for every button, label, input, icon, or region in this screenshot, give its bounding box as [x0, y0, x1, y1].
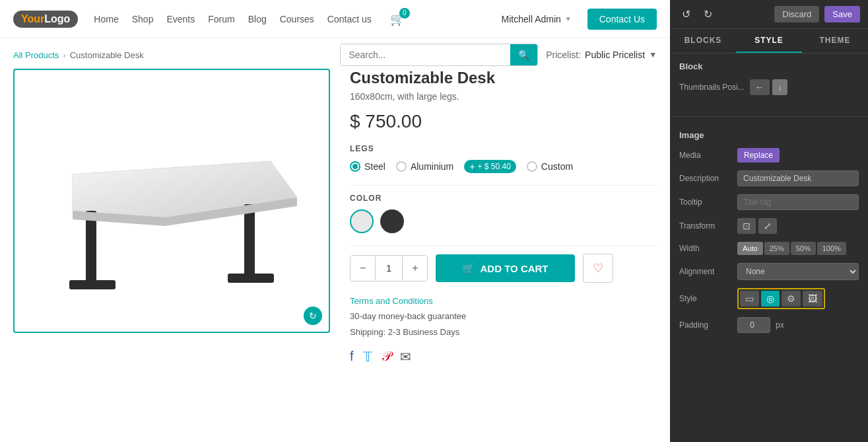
legs-custom-label: Custom — [541, 161, 573, 172]
legs-label: LEGS — [350, 144, 657, 153]
svg-rect-2 — [86, 211, 96, 283]
pinterest-icon[interactable]: 𝒫 — [382, 349, 391, 365]
terms-link[interactable]: Terms and Conditions — [350, 296, 433, 306]
svg-rect-5 — [228, 274, 274, 283]
color-swatch-white[interactable] — [350, 209, 374, 233]
pricelist-value: Public Pricelist — [585, 50, 645, 60]
legs-option-custom[interactable]: Custom — [527, 161, 573, 172]
block-section-title: Block — [679, 61, 859, 71]
legs-steel-label: Steel — [364, 161, 385, 172]
color-swatch-black[interactable] — [380, 209, 404, 233]
chevron-down-icon: ▼ — [565, 15, 572, 22]
tooltip-row: Tooltip — [679, 194, 859, 210]
product-price: $ 750.00 — [350, 111, 657, 132]
replace-button[interactable]: Replace — [737, 148, 780, 163]
tab-style[interactable]: STYLE — [736, 29, 802, 53]
search-button[interactable]: 🔍 — [510, 44, 537, 65]
padding-label: Padding — [679, 320, 732, 330]
transform-btn-1[interactable]: ⊡ — [737, 218, 756, 234]
nav-forum[interactable]: Forum — [208, 14, 234, 24]
refresh-icon[interactable]: ↻ — [304, 307, 322, 325]
style-thumbnail-button[interactable]: 🖼 — [803, 291, 822, 307]
aluminium-price-badge: + + $ 50.40 — [464, 160, 516, 173]
padding-control: px — [737, 317, 784, 333]
cart-icon[interactable]: 🛒 0 — [390, 12, 405, 26]
right-panel: ↺ ↻ Discard Save BLOCKS STYLE THEME Bloc… — [670, 0, 868, 442]
width-auto-button[interactable]: Auto — [737, 242, 763, 255]
nav-courses[interactable]: Courses — [280, 14, 314, 24]
nav-contact[interactable]: Contact us — [327, 14, 372, 24]
style-options: ▭ ◎ ⚙ 🖼 — [737, 288, 825, 309]
shipping-text: Shipping: 2-3 Business Days — [350, 327, 459, 337]
cart-icon-inline: 🛒 — [462, 262, 475, 274]
thumb-horizontal-button[interactable]: ← — [750, 79, 770, 95]
breadcrumb-separator: › — [63, 50, 65, 60]
nav-shop[interactable]: Shop — [132, 14, 154, 24]
product-subtitle: 160x80cm, with large legs. — [350, 91, 657, 102]
style-square-button[interactable]: ▭ — [740, 291, 759, 307]
tab-theme[interactable]: THEME — [802, 29, 868, 53]
undo-button[interactable]: ↺ — [678, 5, 694, 23]
twitter-icon[interactable]: 𝕋 — [363, 349, 372, 365]
color-section: COLOR — [350, 194, 657, 233]
width-50-button[interactable]: 50% — [791, 242, 816, 255]
contact-us-button[interactable]: Contact Us — [587, 9, 657, 30]
description-row: Description — [679, 170, 859, 186]
quantity-increase-button[interactable]: + — [403, 256, 427, 281]
email-icon[interactable]: ✉ — [400, 349, 411, 365]
admin-dropdown[interactable]: Mitchell Admin ▼ — [502, 14, 572, 24]
search-container: 🔍 — [340, 44, 538, 66]
alignment-select[interactable]: None — [737, 263, 859, 280]
nav-links: Home Shop Events Forum Blog Courses Cont… — [94, 14, 371, 24]
quantity-decrease-button[interactable]: − — [351, 256, 375, 281]
description-input[interactable] — [737, 170, 859, 186]
padding-row: Padding px — [679, 317, 859, 333]
padding-input[interactable] — [737, 317, 770, 333]
description-label: Description — [679, 174, 732, 183]
navbar: YourLogo Home Shop Events Forum Blog Cou… — [0, 0, 670, 38]
wishlist-button[interactable]: ♡ — [583, 254, 613, 283]
breadcrumb: All Products › Customizable Desk — [13, 50, 144, 60]
social-icons: f 𝕋 𝒫 ✉ — [350, 349, 657, 365]
color-options — [350, 209, 657, 233]
nav-home[interactable]: Home — [94, 14, 118, 24]
legs-option-steel[interactable]: Steel — [350, 161, 385, 172]
save-button[interactable]: Save — [824, 6, 860, 22]
tooltip-input[interactable] — [737, 194, 859, 210]
thumbnails-label: Thumbnails Posi... — [679, 83, 745, 92]
pricelist-label: Pricelist: — [546, 50, 581, 60]
quantity-value: 1 — [375, 256, 403, 280]
legs-option-aluminium[interactable]: Aluminium — [396, 161, 453, 172]
nav-events[interactable]: Events — [166, 14, 195, 24]
panel-block-section: Block Thumbnails Posi... ← ↓ — [670, 54, 868, 111]
tab-blocks[interactable]: BLOCKS — [670, 29, 736, 53]
legs-options: Steel Aluminium + + $ 50.40 Custom — [350, 160, 657, 173]
transform-label: Transform — [679, 221, 732, 231]
nav-blog[interactable]: Blog — [248, 14, 267, 24]
product-svg — [33, 95, 310, 307]
facebook-icon[interactable]: f — [350, 349, 354, 365]
breadcrumb-parent[interactable]: All Products — [13, 50, 59, 60]
media-row: Media Replace — [679, 148, 859, 163]
pricelist-selector[interactable]: Pricelist: Public Pricelist ▼ — [546, 50, 657, 60]
width-label: Width — [679, 244, 732, 253]
style-shadow-button[interactable]: ⚙ — [782, 291, 801, 307]
width-100-button[interactable]: 100% — [817, 242, 846, 255]
chevron-down-icon: ▼ — [649, 50, 657, 59]
panel-image-section: Image Media Replace Description Tooltip … — [670, 122, 868, 349]
transform-btn-2[interactable]: ⤢ — [758, 218, 777, 234]
terms-info: Terms and Conditions 30-day money-back g… — [350, 293, 657, 340]
logo[interactable]: YourLogo — [13, 11, 78, 28]
style-circle-button[interactable]: ◎ — [761, 291, 780, 307]
thumb-vertical-button[interactable]: ↓ — [772, 79, 787, 95]
search-input[interactable] — [341, 44, 510, 65]
width-row: Width Auto 25% 50% 100% — [679, 242, 859, 255]
svg-rect-4 — [244, 204, 255, 277]
legs-aluminium-label: Aluminium — [411, 161, 453, 172]
width-25-button[interactable]: 25% — [764, 242, 789, 255]
admin-name: Mitchell Admin — [502, 14, 561, 24]
add-to-cart-button[interactable]: 🛒 ADD TO CART — [436, 254, 574, 282]
discard-button[interactable]: Discard — [774, 6, 819, 22]
redo-button[interactable]: ↻ — [700, 5, 716, 23]
product-title: Customizable Desk — [350, 69, 657, 87]
